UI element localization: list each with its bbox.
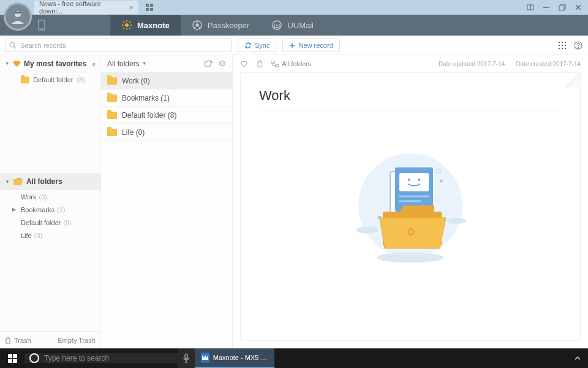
svg-point-36 (559, 44, 560, 46)
app-navbar: Maxnote Passkeeper UUMail (0, 15, 588, 36)
folder-item-default[interactable]: Default folder (8) (101, 107, 232, 124)
svg-point-14 (125, 23, 129, 27)
window-split-icon[interactable] (523, 1, 538, 13)
svg-point-49 (356, 226, 379, 234)
folder-list-header[interactable]: All folders ▼ (101, 55, 232, 72)
sidebar-all-item-life[interactable]: Life (0) (0, 229, 100, 242)
svg-point-37 (562, 44, 564, 46)
svg-point-24 (196, 24, 198, 26)
breadcrumb[interactable]: All folders (271, 60, 311, 67)
taskbar-search[interactable]: Type here to search (24, 353, 178, 363)
avatar-container (1, 0, 34, 33)
favorites-label: My most favorites (24, 59, 86, 68)
browser-tab[interactable]: News - free software downl... × (34, 1, 138, 14)
chevron-down-icon: ▼ (5, 179, 10, 185)
item-count: (8) (63, 219, 71, 226)
svg-point-55 (408, 178, 410, 181)
dropdown-caret-icon: ▼ (142, 61, 147, 66)
svg-point-51 (377, 253, 444, 263)
user-avatar[interactable] (4, 2, 32, 31)
apps-grid-icon[interactable] (557, 40, 567, 50)
favorite-icon[interactable] (240, 60, 248, 67)
svg-line-21 (129, 21, 130, 23)
item-count: (8) (77, 76, 85, 83)
nav-tab-uumail[interactable]: UUMail (260, 15, 325, 36)
uumail-icon (271, 20, 282, 31)
svg-point-60 (440, 180, 443, 183)
svg-rect-64 (13, 359, 17, 363)
layers-icon[interactable] (219, 60, 226, 67)
svg-rect-65 (185, 354, 187, 359)
nav-tab-maxnote[interactable]: Maxnote (110, 15, 181, 36)
taskbar-search-placeholder: Type here to search (44, 354, 109, 362)
device-icon[interactable] (34, 18, 49, 33)
maxnote-icon (121, 20, 132, 31)
folder-list-title: All folders (107, 59, 140, 68)
folder-list-column: All folders ▼ Work (0) Bookmarks (1) Def… (101, 55, 233, 348)
window-maximize-icon[interactable] (555, 1, 570, 13)
delete-icon[interactable] (257, 60, 263, 67)
collapse-icon[interactable]: « (92, 60, 96, 67)
sidebar-all-item-default[interactable]: Default folder (8) (0, 216, 100, 229)
svg-rect-54 (399, 173, 429, 191)
nav-tab-passkeeper[interactable]: Passkeeper (181, 15, 261, 36)
empty-trash-button[interactable]: Empty Trash (58, 337, 96, 344)
window-minimize-icon[interactable] (539, 1, 554, 13)
svg-rect-3 (150, 4, 153, 7)
sidebar-favorite-item[interactable]: Default folder (8) (0, 72, 100, 87)
taskbar-tray[interactable] (567, 356, 588, 361)
folder-icon (107, 94, 117, 102)
app-body: ▼ My most favorites « Default folder (8)… (0, 55, 588, 348)
content-title: Work (259, 88, 562, 110)
windows-apps-icon[interactable] (143, 2, 156, 12)
sidebar-all-folders-header[interactable]: ▼ All folders (0, 173, 100, 190)
window-close-icon[interactable] (571, 1, 586, 13)
sidebar-favorites-header[interactable]: ▼ My most favorites « (0, 55, 100, 72)
svg-rect-63 (8, 359, 12, 363)
trash-icon (5, 337, 11, 344)
maxnote-app-icon (201, 353, 209, 362)
folder-item-work[interactable]: Work (0) (101, 72, 232, 90)
folder-label: Life (0) (122, 128, 145, 137)
trash-button[interactable]: Trash (5, 337, 31, 344)
svg-rect-5 (150, 8, 153, 11)
svg-line-27 (194, 27, 195, 28)
start-button[interactable] (0, 348, 24, 368)
svg-line-20 (129, 28, 130, 29)
svg-rect-47 (276, 64, 279, 67)
sidebar-all-item-work[interactable]: Work (0) (0, 190, 100, 203)
new-record-button[interactable]: New record (282, 39, 339, 52)
folder-label: Default folder (8) (122, 111, 176, 120)
svg-point-35 (565, 41, 567, 43)
sync-icon (244, 42, 252, 49)
microphone-icon[interactable] (178, 348, 195, 368)
folder-item-life[interactable]: Life (0) (101, 124, 232, 141)
svg-point-56 (418, 178, 420, 181)
tab-close-icon[interactable]: × (129, 3, 134, 12)
svg-line-26 (199, 27, 200, 28)
sync-button[interactable]: Sync (238, 39, 276, 52)
new-folder-icon[interactable] (204, 60, 213, 67)
expand-arrow-icon[interactable]: ▶ (12, 207, 16, 212)
cortana-icon (29, 353, 39, 363)
all-folders-label: All folders (26, 177, 62, 186)
svg-point-59 (378, 216, 382, 220)
svg-rect-7 (530, 5, 533, 10)
toolbar: Sync New record (0, 36, 588, 55)
sidebar-all-item-bookmarks[interactable]: ▶ Bookmarks (1) (0, 203, 100, 216)
search-icon (9, 42, 17, 49)
main-content: Work (240, 72, 581, 341)
item-label: Default folder (21, 219, 61, 226)
taskbar-app-maxnote[interactable]: Maxnote - MX5 5.0.... (195, 348, 274, 368)
passkeeper-icon (192, 20, 203, 31)
heart-icon (13, 60, 21, 67)
search-input[interactable] (20, 42, 227, 49)
svg-point-43 (578, 47, 578, 48)
help-icon[interactable] (573, 40, 583, 50)
search-box[interactable] (5, 39, 232, 52)
svg-point-40 (562, 47, 564, 49)
svg-rect-2 (146, 4, 149, 7)
svg-rect-6 (527, 5, 530, 10)
svg-rect-9 (559, 6, 564, 10)
folder-item-bookmarks[interactable]: Bookmarks (1) (101, 90, 232, 107)
